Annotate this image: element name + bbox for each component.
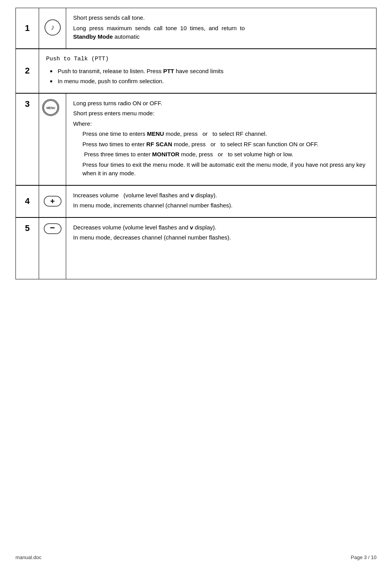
row-desc-1: Short press sends call tone. Long press … — [66, 8, 377, 49]
footer-filename: manual.doc — [15, 554, 41, 560]
ptt-bullets: Push to transmit, release to listen. Pre… — [46, 67, 369, 86]
standby-mode-text: Standby Mode — [73, 33, 113, 40]
footer-page-number: Page 3 / 10 — [351, 554, 377, 560]
row3-line3: Where: — [73, 120, 369, 128]
row5-line2: In menu mode, decreases channel (channel… — [73, 233, 369, 242]
table-row-2: 2 Push to Talk (PTT) Push to transmit, r… — [16, 49, 377, 93]
rfscan-bold: RF SCAN — [146, 141, 172, 147]
row3-menu-item2: Press two times to enter RF SCAN mode, p… — [73, 140, 369, 149]
row4-line2: In menu mode, increments channel (channe… — [73, 201, 369, 210]
table-row-4: 4 + Increases volume (volume level flash… — [16, 185, 377, 217]
row1-line2: Long press maximum sends call tone 10 ti… — [73, 24, 369, 41]
table-row-1: 1 ♪ Short press sends call tone. Long pr… — [16, 8, 377, 49]
icon-cell-4: + — [39, 185, 66, 217]
row3-line2: Short press enters menu mode: — [73, 109, 369, 118]
row-desc-3: Long press turns radio ON or OFF. Short … — [66, 93, 377, 185]
row-number-4: 4 — [16, 185, 39, 217]
call-tone-icon: ♪ — [44, 19, 61, 36]
row-number-5: 5 — [16, 217, 39, 279]
row-desc-4: Increases volume (volume level flashes a… — [66, 185, 377, 217]
v-bold-5: v — [190, 224, 193, 231]
svg-text:♪: ♪ — [51, 23, 55, 31]
row5-line1: Decreases volume (volume level flashes a… — [73, 223, 369, 232]
ptt-bullet-2: In menu mode, push to confirm selection. — [50, 77, 369, 86]
ptt-bold: PTT — [163, 68, 174, 74]
row3-menu-item1: Press one time to enters MENU mode, pres… — [73, 130, 369, 139]
row3-line1: Long press turns radio ON or OFF. — [73, 99, 369, 108]
page-footer: manual.doc Page 3 / 10 — [15, 554, 377, 560]
icon-cell-3: MENU — [39, 93, 66, 185]
minus-icon: − — [44, 223, 62, 234]
row3-menu-item4: Press four times to exit the menu mode. … — [73, 161, 369, 178]
row3-menu-item3: Press three times to enter MONITOR mode,… — [73, 150, 369, 159]
svg-text:MENU: MENU — [46, 106, 55, 109]
ptt-title: Push to Talk (PTT) — [46, 55, 369, 64]
v-bold-4: v — [190, 192, 193, 198]
row1-line1: Short press sends call tone. — [73, 14, 369, 22]
row-desc-2: Push to Talk (PTT) Push to transmit, rel… — [39, 49, 377, 93]
row-desc-5: Decreases volume (volume level flashes a… — [66, 217, 377, 279]
menu-bold: MENU — [147, 130, 164, 137]
row-number-2: 2 — [16, 49, 39, 93]
icon-cell-1: ♪ — [39, 8, 66, 49]
icon-cell-5: − — [39, 217, 66, 279]
table-row-5: 5 − Decreases volume (volume level flash… — [16, 217, 377, 279]
row-number-3: 3 — [16, 93, 39, 185]
row-number-1: 1 — [16, 8, 39, 49]
menu-icon: MENU — [42, 99, 59, 116]
row4-line1: Increases volume (volume level flashes a… — [73, 191, 369, 200]
plus-icon: + — [44, 196, 62, 207]
ptt-bullet-1: Push to transmit, release to listen. Pre… — [50, 67, 369, 76]
table-row-3: 3 MENU Long press turns radio ON or OFF.… — [16, 93, 377, 185]
monitor-bold: MONITOR — [152, 151, 180, 157]
